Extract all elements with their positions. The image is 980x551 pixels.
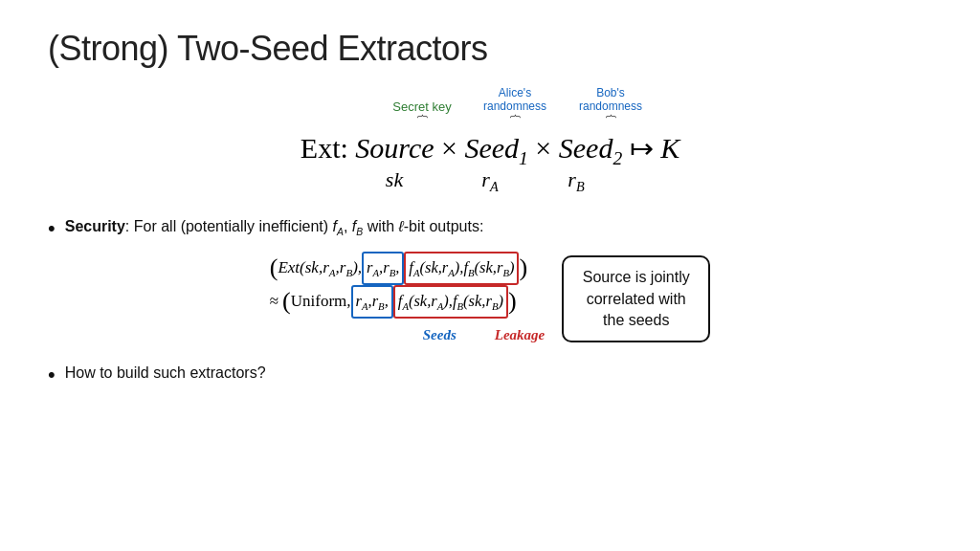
ext-expr: Ext(sk,rA,rB), xyxy=(278,253,362,283)
main-formula: Ext: Source × Seed1 × Seed2 ↦ K xyxy=(48,131,932,169)
bullet-dot-1: • xyxy=(48,216,56,241)
label-secret-key: Secret key xyxy=(384,99,460,114)
leakage-label: Leakage xyxy=(495,322,545,347)
brace-seed1: ⏞ xyxy=(472,114,558,131)
seed2-term: Seed2 xyxy=(559,132,622,169)
annotation-box: Source is jointly correlated with the se… xyxy=(562,255,710,342)
sk-label: sk xyxy=(361,167,428,192)
paren-close1: ) xyxy=(519,255,527,280)
paren-open2: ( xyxy=(282,289,291,314)
label-bob: Bob's randomness xyxy=(568,86,654,114)
bullet-dot-2: • xyxy=(48,363,56,387)
annotation-text: Source is jointly correlated with the se… xyxy=(583,269,690,328)
paren-close2: ) xyxy=(508,289,517,314)
brace-seed2: ⏞ xyxy=(568,114,654,131)
eq-row1: ( Ext(sk,rA,rB), rA,rB, fA(sk,rA),fB(sk,… xyxy=(270,252,545,285)
rB-label: rB xyxy=(533,167,619,195)
slide: (Strong) Two-Seed Extractors Secret key … xyxy=(0,0,980,551)
bullet2: • How to build such extractors? xyxy=(48,363,932,387)
col-seed2: Bob's randomness ⏞ xyxy=(568,86,654,131)
times1: × xyxy=(434,132,465,165)
security-label: Security xyxy=(65,218,125,234)
seeds-label: Seeds xyxy=(423,322,457,347)
sub-labels: sk rA rB xyxy=(48,167,932,195)
security-desc: : For all (potentially inefficient) fA, … xyxy=(125,218,483,234)
slide-title: (Strong) Two-Seed Extractors xyxy=(48,29,932,69)
bullet2-section: • How to build such extractors? xyxy=(48,363,932,387)
seeds-box1: rA,rB, xyxy=(362,252,404,285)
K-term: K xyxy=(660,132,679,165)
rA-label: rA xyxy=(447,167,533,195)
ext-label: Ext: xyxy=(301,132,356,165)
security-text: Security: For all (potentially inefficie… xyxy=(65,216,484,240)
uniform-expr: Uniform xyxy=(291,287,347,316)
brace-sk: ⏞ xyxy=(384,114,460,131)
bullet2-text: How to build such extractors? xyxy=(65,363,266,384)
labels-below: Seeds Leakage xyxy=(423,322,545,347)
col-seed1: Alice's randomness ⏞ xyxy=(472,86,558,131)
equation-block: ( Ext(sk,rA,rB), rA,rB, fA(sk,rA),fB(sk,… xyxy=(270,252,545,347)
times2: × xyxy=(528,132,559,165)
mapsto: ↦ xyxy=(622,131,660,165)
source-term: Source xyxy=(355,132,434,165)
label-alice: Alice's randomness xyxy=(472,86,558,114)
leakage-box1: fA(sk,rA),fB(sk,rB) xyxy=(404,252,519,285)
eq-row2: ≈ ( Uniform, rA,rB, fA(sk,rA),fB(sk,rB) … xyxy=(270,285,545,319)
seeds-box2: rA,rB, xyxy=(351,285,393,319)
approx-symbol: ≈ xyxy=(270,287,278,316)
leakage-box2: fA(sk,rA),fB(sk,rB) xyxy=(393,285,508,319)
seed1-term: Seed1 xyxy=(464,132,527,169)
bullet1: • Security: For all (potentially ineffic… xyxy=(48,216,932,241)
labels-row: Secret key ⏞ Alice's randomness ⏞ Bob's … xyxy=(48,86,932,131)
comma-after-uniform: , xyxy=(346,287,350,316)
equation-row: ( Ext(sk,rA,rB), rA,rB, fA(sk,rA),fB(sk,… xyxy=(48,252,932,347)
formula-block: Secret key ⏞ Alice's randomness ⏞ Bob's … xyxy=(48,86,932,195)
security-section: • Security: For all (potentially ineffic… xyxy=(48,216,932,347)
col-sk: Secret key ⏞ xyxy=(384,99,460,131)
